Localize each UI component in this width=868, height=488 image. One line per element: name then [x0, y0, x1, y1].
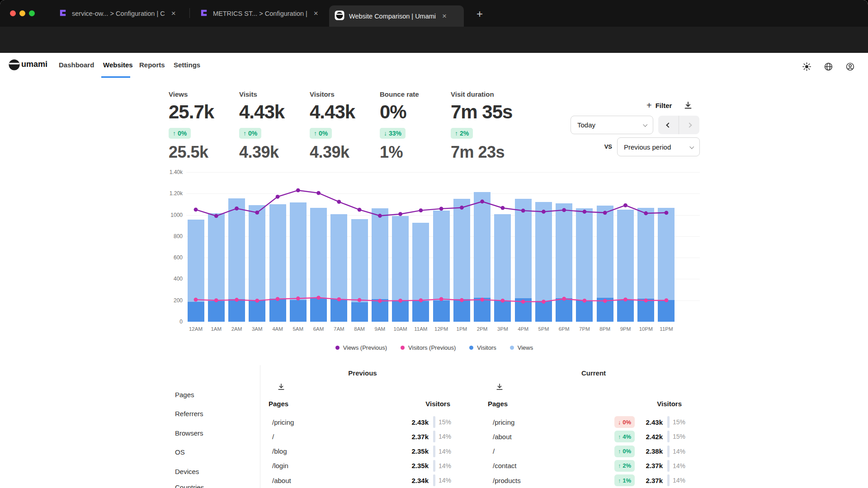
- zoom-window-button[interactable]: [29, 10, 35, 16]
- theme-toggle-icon[interactable]: [801, 61, 812, 72]
- sidebar-item-devices[interactable]: Devices: [175, 468, 199, 475]
- date-range-select[interactable]: Today: [571, 116, 653, 134]
- page-path: /about: [272, 477, 291, 484]
- vs-label: VS: [596, 143, 612, 150]
- minimize-window-button[interactable]: [19, 10, 25, 16]
- legend-label: Visitors: [477, 344, 496, 351]
- metric-visitors: Visitors4.43k↑ 0%4.39k: [310, 90, 355, 162]
- legend-item: Visitors (Previous): [401, 344, 456, 351]
- tab-close-icon[interactable]: ×: [314, 9, 318, 18]
- metric-change-badge: ↑ 0%: [169, 128, 191, 139]
- tab[interactable]: METRICS ST... > Configuration |×: [194, 0, 328, 27]
- table-row[interactable]: /2.37k14%: [272, 429, 453, 444]
- table-row[interactable]: /pricing2.43k15%: [272, 415, 453, 429]
- legend-label: Views: [518, 344, 533, 351]
- sidebar-item-referrers[interactable]: Referrers: [175, 410, 203, 418]
- percent-bar: [433, 431, 435, 442]
- previous-pages-header: Pages: [269, 400, 288, 408]
- visitors-value: 2.38k: [635, 447, 663, 455]
- filter-button[interactable]: + Filter: [646, 100, 672, 111]
- page-change-badge: ↑ 0%: [614, 446, 635, 457]
- browser-window: service-ow... > Configuration | C×METRIC…: [0, 0, 868, 488]
- percent-bar: [433, 474, 435, 486]
- sidebar-item-os[interactable]: OS: [175, 448, 185, 456]
- date-range-value: Today: [577, 121, 595, 129]
- page-path: /about: [493, 433, 512, 441]
- percent-bar: [433, 416, 435, 428]
- plus-icon: +: [646, 100, 652, 111]
- metric-bounce-rate: Bounce rate0%↓ 33%1%: [380, 90, 419, 162]
- metric-previous-value: 4.39k: [239, 143, 284, 162]
- percent-bar: [667, 460, 670, 472]
- previous-visitors-header: Visitors: [360, 400, 450, 408]
- nav-item-reports[interactable]: Reports: [139, 61, 165, 69]
- chart-legend: Views (Previous)Visitors (Previous)Visit…: [169, 344, 700, 351]
- legend-dot: [469, 346, 473, 350]
- table-row[interactable]: /products↑ 1%2.37k14%: [493, 473, 687, 488]
- coolify-favicon: [200, 9, 208, 19]
- tab-active[interactable]: Website Comparison | Umami×: [329, 5, 464, 27]
- active-nav-underline: [101, 76, 130, 78]
- umami-logo: [8, 59, 20, 71]
- metric-previous-value: 4.39k: [310, 143, 355, 162]
- tab-close-icon[interactable]: ×: [171, 9, 176, 18]
- visitors-value: 2.35k: [411, 462, 429, 469]
- legend-dot: [335, 346, 340, 350]
- previous-period-arrow[interactable]: [658, 116, 679, 134]
- visitors-value: 2.43k: [635, 418, 663, 426]
- metric-value: 4.43k: [239, 101, 284, 123]
- new-tab-button[interactable]: +: [472, 6, 487, 22]
- close-window-button[interactable]: [10, 10, 16, 16]
- sidebar-item-countries[interactable]: Countries: [175, 483, 204, 488]
- percent-bar: [433, 446, 435, 457]
- percent-value: 14%: [439, 462, 453, 469]
- metric-previous-value: 7m 23s: [451, 143, 512, 162]
- legend-label: Visitors (Previous): [408, 344, 456, 351]
- sidebar-item-pages[interactable]: Pages: [175, 391, 194, 399]
- tab-title: Website Comparison | Umami: [349, 13, 436, 20]
- filter-label: Filter: [656, 102, 672, 109]
- compare-mode-select[interactable]: Previous period: [617, 137, 700, 156]
- page-change-badge: ↑ 4%: [614, 431, 635, 442]
- page-path: /pricing: [272, 418, 294, 426]
- page-path: /login: [272, 462, 288, 469]
- tab-strip: service-ow... > Configuration | C×METRIC…: [0, 0, 868, 27]
- metric-visits: Visits4.43k↑ 0%4.39k: [239, 90, 284, 162]
- page-change-badge: ↑ 2%: [614, 460, 635, 472]
- date-nav-group: [658, 116, 699, 134]
- tab-title: service-ow... > Configuration | C: [72, 10, 165, 17]
- chevron-down-icon: [689, 144, 694, 149]
- sidebar-item-browsers[interactable]: Browsers: [175, 429, 203, 437]
- table-row[interactable]: /about↑ 4%2.42k15%: [493, 429, 687, 444]
- table-row[interactable]: /↑ 0%2.38k14%: [493, 444, 687, 459]
- page-path: /: [272, 433, 274, 441]
- table-row[interactable]: /about2.34k14%: [272, 473, 453, 488]
- nav-item-settings[interactable]: Settings: [174, 61, 200, 69]
- metric-label: Visits: [239, 90, 284, 98]
- table-row[interactable]: /login2.35k14%: [272, 459, 453, 473]
- percent-value: 14%: [439, 477, 453, 484]
- profile-icon[interactable]: [844, 61, 855, 72]
- tab-close-icon[interactable]: ×: [442, 12, 447, 21]
- language-globe-icon[interactable]: [823, 61, 834, 72]
- percent-bar: [667, 416, 670, 428]
- page-change-badge: ↓ 0%: [614, 416, 635, 428]
- previous-download-icon[interactable]: [277, 383, 285, 391]
- next-period-arrow[interactable]: [679, 116, 699, 134]
- nav-item-dashboard[interactable]: Dashboard: [59, 61, 94, 69]
- metric-change-badge: ↑ 0%: [239, 128, 261, 139]
- table-row[interactable]: /blog2.35k14%: [272, 444, 453, 459]
- metric-value: 7m 35s: [451, 101, 512, 123]
- nav-item-websites[interactable]: Websites: [103, 61, 133, 69]
- metric-change-badge: ↓ 33%: [380, 128, 406, 139]
- page-change-badge: ↑ 1%: [614, 474, 635, 486]
- percent-value: 14%: [439, 433, 453, 440]
- export-download-icon[interactable]: [684, 101, 693, 110]
- legend-item: Views (Previous): [335, 344, 387, 351]
- table-row[interactable]: /pricing↓ 0%2.43k15%: [493, 415, 687, 429]
- metric-views: Views25.7k↑ 0%25.5k: [169, 90, 214, 162]
- tab[interactable]: service-ow... > Configuration | C×: [53, 0, 189, 27]
- table-row[interactable]: /contact↑ 2%2.37k14%: [493, 459, 687, 473]
- current-download-icon[interactable]: [495, 383, 504, 391]
- app-header: umami DashboardWebsitesReportsSettings: [0, 53, 868, 78]
